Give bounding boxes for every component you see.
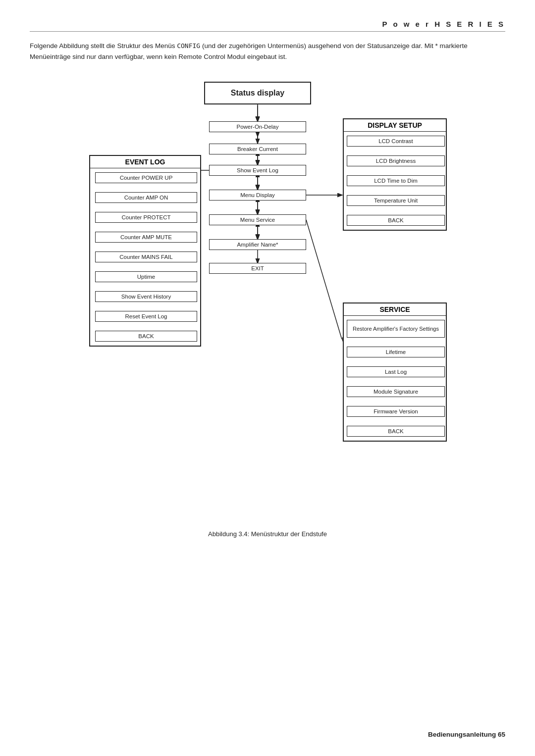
event-log-group: EVENT LOG Counter POWER UP Counter AMP O… — [89, 155, 201, 347]
svg-line-10 — [306, 220, 342, 339]
counter-protect-label: Counter PROTECT — [121, 214, 170, 221]
exit-box: EXIT — [209, 263, 306, 274]
page: P o w e r H S E R I E S Folgende Abbildu… — [0, 0, 535, 756]
counter-power-up-box: Counter POWER UP — [95, 172, 197, 183]
firmware-version-box: Firmware Version — [347, 406, 445, 417]
event-log-title: EVENT LOG — [90, 156, 200, 168]
event-log-back-box: BACK — [95, 331, 197, 342]
lcd-contrast-label: LCD Contrast — [378, 138, 413, 145]
breaker-current-label: Breaker Current — [237, 146, 278, 153]
temperature-unit-label: Temperature Unit — [374, 197, 418, 204]
last-log-box: Last Log — [347, 366, 445, 377]
lcd-time-to-dim-box: LCD Time to Dim — [347, 175, 445, 186]
display-setup-back-label: BACK — [388, 217, 403, 224]
menu-display-label: Menu Display — [240, 192, 275, 199]
menu-service-label: Menu Service — [240, 216, 275, 224]
restore-settings-box: Restore Amplifier's Factory Settings — [347, 320, 445, 338]
lcd-time-to-dim-label: LCD Time to Dim — [374, 177, 418, 185]
uptime-box: Uptime — [95, 271, 197, 282]
diagram-caption: Abbildung 3.4: Menüstruktur der Endstufe — [30, 530, 505, 538]
amplifier-name-label: Amplifier Name* — [237, 241, 278, 249]
amplifier-name-box: Amplifier Name* — [209, 239, 306, 250]
event-log-back-label: BACK — [138, 333, 154, 340]
lcd-brightness-box: LCD Brightness — [347, 155, 445, 166]
lcd-contrast-box: LCD Contrast — [347, 136, 445, 147]
config-code: CONFIG — [177, 42, 200, 50]
lifetime-label: Lifetime — [386, 349, 406, 356]
service-back-label: BACK — [388, 428, 403, 435]
lcd-brightness-label: LCD Brightness — [376, 157, 416, 165]
page-header: P o w e r H S E R I E S — [30, 20, 505, 32]
module-signature-label: Module Signature — [374, 388, 418, 396]
power-on-delay-label: Power-On-Delay — [237, 123, 279, 131]
last-log-label: Last Log — [385, 368, 407, 376]
counter-power-up-label: Counter POWER UP — [120, 174, 173, 182]
header-title: P o w e r H S E R I E S — [382, 20, 505, 28]
show-event-log-box: Show Event Log — [209, 165, 306, 176]
service-group: SERVICE Restore Amplifier's Factory Sett… — [343, 302, 447, 442]
counter-mains-fail-label: Counter MAINS FAIL — [119, 253, 172, 261]
display-setup-title: DISPLAY SETUP — [344, 119, 446, 132]
module-signature-box: Module Signature — [347, 386, 445, 397]
menu-display-box: Menu Display — [209, 190, 306, 201]
status-display-box: Status display — [204, 82, 311, 104]
show-event-history-box: Show Event History — [95, 291, 197, 302]
counter-mains-fail-box: Counter MAINS FAIL — [95, 252, 197, 262]
intro-text: Folgende Abbildung stellt die Struktur d… — [30, 41, 505, 62]
lifetime-box: Lifetime — [347, 347, 445, 357]
menu-service-box: Menu Service — [209, 214, 306, 225]
reset-event-log-box: Reset Event Log — [95, 311, 197, 322]
display-setup-group: DISPLAY SETUP LCD Contrast LCD Brightnes… — [343, 118, 447, 231]
footer: Bedienungsanleitung 65 — [428, 731, 505, 738]
temperature-unit-box: Temperature Unit — [347, 195, 445, 206]
display-setup-back-box: BACK — [347, 215, 445, 226]
restore-settings-label: Restore Amplifier's Factory Settings — [353, 325, 439, 332]
counter-amp-on-box: Counter AMP ON — [95, 192, 197, 203]
diagram-area: Status display Power-On-Delay Breaker Cu… — [35, 77, 500, 522]
exit-label: EXIT — [251, 265, 264, 272]
show-event-log-label: Show Event Log — [237, 167, 278, 174]
counter-amp-mute-box: Counter AMP MUTE — [95, 232, 197, 243]
service-title: SERVICE — [344, 303, 446, 316]
counter-amp-mute-label: Counter AMP MUTE — [120, 234, 172, 241]
counter-amp-on-label: Counter AMP ON — [124, 194, 168, 202]
status-display-label: Status display — [231, 88, 284, 99]
service-back-box: BACK — [347, 426, 445, 437]
uptime-label: Uptime — [137, 273, 155, 281]
firmware-version-label: Firmware Version — [374, 408, 418, 415]
reset-event-log-label: Reset Event Log — [125, 313, 167, 320]
counter-protect-box: Counter PROTECT — [95, 212, 197, 223]
power-on-delay-box: Power-On-Delay — [209, 121, 306, 132]
breaker-current-box: Breaker Current — [209, 144, 306, 154]
show-event-history-label: Show Event History — [121, 293, 171, 301]
